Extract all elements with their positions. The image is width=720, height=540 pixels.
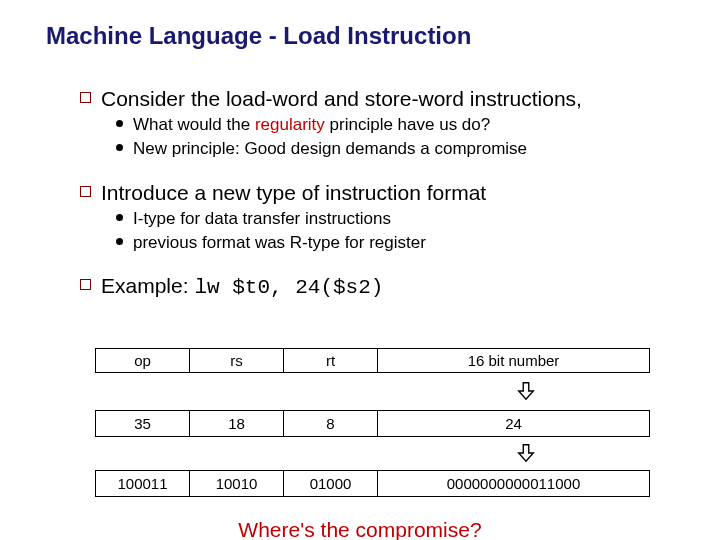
cell-imm-bin: 0000000000011000 xyxy=(378,471,649,496)
subbullet-itype: I-type for data transfer instructions xyxy=(116,208,680,229)
bullet-text: Example: lw $t0, 24($s2) xyxy=(101,273,383,300)
page-title: Machine Language - Load Instruction xyxy=(46,22,471,50)
bullet-text: Consider the load-word and store-word in… xyxy=(101,86,582,111)
cell-op-label: op xyxy=(96,349,190,372)
subbullet-regularity: What would the regularity principle have… xyxy=(116,114,680,135)
dot-bullet-icon xyxy=(116,214,123,221)
cell-rs-label: rs xyxy=(190,349,284,372)
connector-lines xyxy=(95,348,655,528)
example-label: Example: xyxy=(101,274,194,297)
slide-body: Consider the load-word and store-word in… xyxy=(80,80,680,301)
txt-frag: principle have us do? xyxy=(325,115,490,134)
subbullet-text: New principle: Good design demands a com… xyxy=(133,138,527,159)
example-code: lw $t0, 24($s2) xyxy=(194,276,383,299)
cell-rt-label: rt xyxy=(284,349,378,372)
dot-bullet-icon xyxy=(116,144,123,151)
bullet-consider: Consider the load-word and store-word in… xyxy=(80,86,680,111)
cell-rt-bin: 01000 xyxy=(284,471,378,496)
cell-imm-label: 16 bit number xyxy=(378,349,649,372)
cell-op-dec: 35 xyxy=(96,411,190,436)
square-bullet-icon xyxy=(80,92,91,103)
square-bullet-icon xyxy=(80,186,91,197)
compromise-question: Where's the compromise? xyxy=(0,518,720,540)
subbullet-text: previous format was R-type for register xyxy=(133,232,426,253)
subbullet-compromise: New principle: Good design demands a com… xyxy=(116,138,680,159)
cell-rt-dec: 8 xyxy=(284,411,378,436)
bullet-text: Introduce a new type of instruction form… xyxy=(101,180,486,205)
arrow-down-icon xyxy=(515,442,537,464)
subbullet-text: What would the regularity principle have… xyxy=(133,114,490,135)
dot-bullet-icon xyxy=(116,120,123,127)
cell-imm-dec: 24 xyxy=(378,411,649,436)
bullet-introduce: Introduce a new type of instruction form… xyxy=(80,180,680,205)
cell-rs-bin: 10010 xyxy=(190,471,284,496)
field-binary-row: 100011 10010 01000 0000000000011000 xyxy=(95,470,650,497)
cell-rs-dec: 18 xyxy=(190,411,284,436)
subbullet-rtype: previous format was R-type for register xyxy=(116,232,680,253)
txt-frag: What would the xyxy=(133,115,255,134)
dot-bullet-icon xyxy=(116,238,123,245)
square-bullet-icon xyxy=(80,279,91,290)
txt-emph: regularity xyxy=(255,115,325,134)
subbullet-text: I-type for data transfer instructions xyxy=(133,208,391,229)
field-names-row: op rs rt 16 bit number xyxy=(95,348,650,373)
cell-op-bin: 100011 xyxy=(96,471,190,496)
bullet-example: Example: lw $t0, 24($s2) xyxy=(80,273,680,300)
field-decimal-row: 35 18 8 24 xyxy=(95,410,650,437)
arrow-down-icon xyxy=(515,380,537,402)
